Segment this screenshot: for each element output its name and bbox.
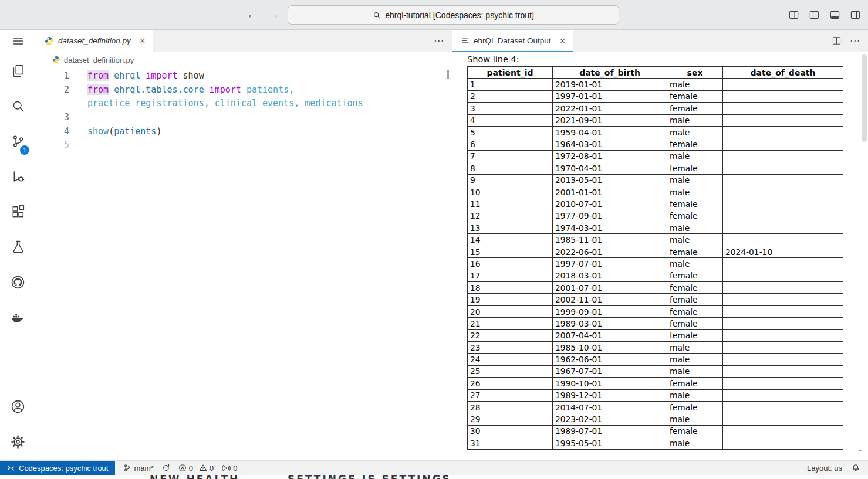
line-number: 3	[36, 111, 69, 125]
table-cell	[723, 341, 843, 353]
warning-count: 0	[210, 464, 214, 473]
table-cell: male	[667, 114, 723, 126]
code-token: ehrql	[114, 70, 140, 81]
tab-title: ehrQL Dataset Output	[474, 36, 551, 45]
table-cell: 12	[468, 210, 553, 222]
tab-ehrql-dataset-output[interactable]: ehrQL Dataset Output ✕	[452, 30, 573, 52]
table-row: 32022-01-01female	[468, 103, 843, 114]
table-cell	[723, 378, 843, 389]
scm-badge: 1	[20, 145, 29, 155]
table-cell: 1977-09-01	[553, 210, 667, 222]
table-row: 241962-06-01male	[468, 354, 843, 365]
menu-button[interactable]	[0, 30, 36, 55]
table-cell: male	[667, 79, 723, 90]
sidebar-item-source-control[interactable]: 1	[0, 125, 36, 160]
table-cell: 1989-03-01	[553, 318, 667, 329]
table-cell: 10	[468, 186, 553, 198]
code-line-wrap: practice_registrations, clinical_events,…	[36, 97, 452, 111]
table-cell: male	[667, 389, 723, 401]
table-cell: 1970-04-01	[553, 162, 667, 174]
breadcrumb[interactable]: dataset_definition.py	[36, 52, 452, 67]
table-row: 131974-03-01male	[468, 222, 843, 234]
table-cell: male	[667, 413, 723, 425]
table-cell: 2018-03-01	[553, 270, 667, 281]
output-panel: Show line 4: patient_id date_of_birth se…	[452, 52, 868, 460]
editor-scrollbar-thumb[interactable]	[447, 70, 449, 79]
table-cell	[723, 425, 843, 437]
table-cell: 6	[468, 138, 553, 150]
code-line: 1from ehrql import show	[36, 69, 452, 83]
table-cell: male	[667, 150, 723, 162]
table-row: 42021-09-01male	[468, 114, 843, 126]
table-cell: male	[667, 258, 723, 270]
column-header: date_of_birth	[553, 67, 667, 79]
title-bar: ← → ehrql-tutorial [Codespaces: psychic …	[0, 0, 868, 30]
bell-icon[interactable]	[852, 464, 860, 472]
table-cell: 22	[468, 329, 553, 341]
table-cell	[723, 401, 843, 413]
toggle-secondary-sidebar-button[interactable]	[850, 9, 861, 21]
table-row: 261990-10-01female	[468, 378, 843, 389]
settings-button[interactable]	[0, 425, 36, 460]
table-cell: female	[667, 425, 723, 437]
table-cell: 28	[468, 401, 553, 413]
forward-button[interactable]: →	[268, 8, 279, 21]
table-cell	[723, 437, 843, 449]
sidebar-item-search[interactable]	[0, 90, 36, 125]
sidebar-item-docker[interactable]	[0, 301, 36, 336]
code-editor[interactable]: 1from ehrql import show 2from ehrql.tabl…	[36, 67, 452, 460]
table-cell: 2007-04-01	[553, 329, 667, 341]
code-token: patients,	[246, 84, 294, 95]
sync-button[interactable]	[162, 464, 170, 472]
ports-indicator[interactable]: 0	[222, 464, 237, 473]
close-icon[interactable]: ✕	[560, 37, 566, 45]
sidebar-item-extensions[interactable]	[0, 195, 36, 230]
sidebar-item-run-debug[interactable]	[0, 160, 36, 195]
code-token: import	[210, 84, 241, 95]
customize-layout-button[interactable]	[788, 9, 799, 21]
github-icon	[10, 274, 26, 293]
table-row: 301989-07-01female	[468, 425, 843, 437]
split-editor-button[interactable]	[832, 36, 842, 46]
code-token: show	[183, 70, 204, 81]
toggle-panel-button[interactable]	[829, 9, 840, 21]
table-cell: male	[667, 186, 723, 198]
table-cell	[723, 389, 843, 401]
remote-indicator[interactable]: Codespaces: psychic trout	[0, 461, 115, 475]
menu-icon	[11, 34, 25, 50]
command-center[interactable]: ehrql-tutorial [Codespaces: psychic trou…	[288, 5, 619, 25]
back-button[interactable]: ←	[246, 8, 258, 21]
code-token: from	[87, 70, 109, 81]
problems-indicator[interactable]: 0 0	[178, 464, 214, 473]
breadcrumb-label: dataset_definition.py	[64, 56, 134, 64]
account-button[interactable]	[0, 390, 36, 425]
table-cell: 2010-07-01	[553, 198, 667, 210]
layout-indicator[interactable]: Layout: us	[807, 464, 842, 473]
branch-icon	[123, 464, 131, 472]
clipped-text: SETTINGS IS SETTINGS	[288, 475, 451, 479]
table-cell: 1974-03-01	[553, 222, 667, 234]
table-cell	[723, 234, 843, 246]
tab-dataset-definition[interactable]: dataset_definition.py ✕	[36, 30, 153, 52]
close-icon[interactable]: ✕	[140, 37, 146, 45]
table-cell: 2021-09-01	[553, 114, 667, 126]
code-token: (	[109, 126, 114, 137]
table-cell	[723, 162, 843, 174]
table-cell: 20	[468, 305, 553, 317]
more-actions-button[interactable]: ⋯	[434, 35, 444, 47]
sidebar-item-testing[interactable]	[0, 230, 36, 266]
output-scrollbar-thumb[interactable]	[862, 54, 867, 142]
gear-icon	[10, 434, 26, 452]
dataset-table: patient_id date_of_birth sex date_of_dea…	[467, 66, 843, 450]
table-cell: 25	[468, 365, 553, 377]
table-cell: male	[667, 234, 723, 246]
column-header: date_of_death	[723, 67, 843, 79]
sidebar-item-github[interactable]	[0, 266, 36, 301]
sidebar-item-explorer[interactable]	[0, 55, 36, 90]
branch-indicator[interactable]: main*	[123, 464, 153, 473]
toggle-sidebar-button[interactable]	[809, 9, 820, 21]
table-cell: 1962-06-01	[553, 354, 667, 365]
code-line: 5	[36, 138, 452, 152]
more-actions-button[interactable]: ⋯	[850, 35, 860, 47]
chevron-down-icon: ⌄	[857, 444, 863, 453]
